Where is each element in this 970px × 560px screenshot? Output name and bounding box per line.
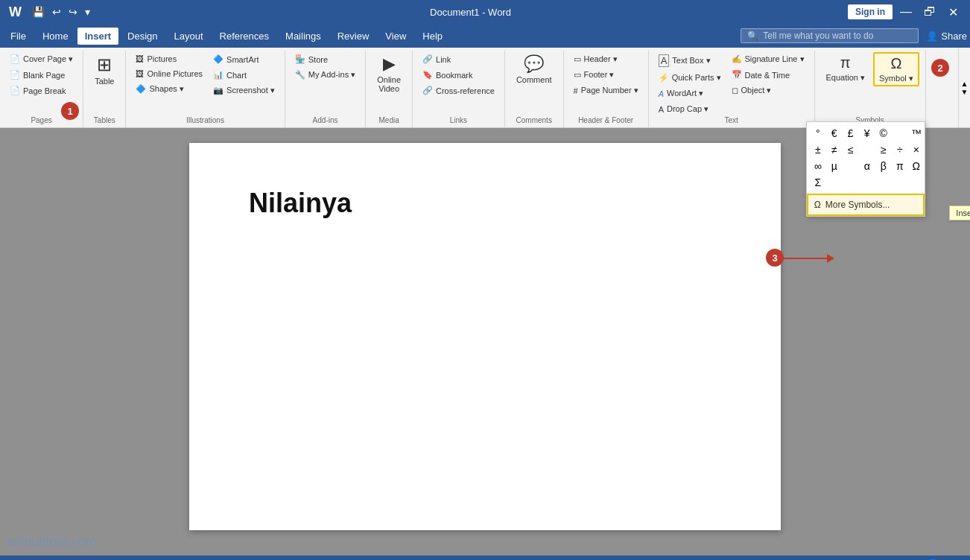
- dropcap-icon: A: [659, 105, 664, 114]
- symbol-plusminus[interactable]: ±: [810, 141, 826, 158]
- symbol-button[interactable]: Ω Symbol ▾: [873, 52, 919, 86]
- search-input[interactable]: [763, 31, 912, 41]
- symbol-leq[interactable]: ≤: [843, 141, 859, 158]
- online-video-button[interactable]: ▶ OnlineVideo: [372, 52, 406, 95]
- smartart-button[interactable]: 🔷 SmartArt: [209, 52, 279, 66]
- share-button[interactable]: 👤 Share: [926, 31, 967, 42]
- addins-label: Add-ins: [313, 116, 338, 126]
- page-break-button[interactable]: 📄 Page Break: [6, 83, 77, 98]
- store-button[interactable]: 🏪 Store: [291, 52, 359, 66]
- symbol-times[interactable]: ×: [908, 141, 925, 158]
- bookmark-button[interactable]: 🔖 Bookmark: [419, 68, 498, 82]
- menu-layout[interactable]: Layout: [167, 28, 211, 45]
- menu-mailings[interactable]: Mailings: [278, 28, 329, 45]
- search-icon: 🔍: [747, 31, 758, 41]
- minimize-button[interactable]: —: [895, 1, 916, 22]
- chart-button[interactable]: 📊 Chart: [209, 68, 279, 82]
- symbol-alpha[interactable]: α: [859, 158, 875, 174]
- ribbon-scroll-button[interactable]: ▲▼: [958, 48, 970, 127]
- signin-button[interactable]: Sign in: [848, 4, 893, 19]
- comment-button[interactable]: 💬 Comment: [511, 52, 557, 86]
- ribbon-group-addins: 🏪 Store 🔧 My Add-ins ▾ Add-ins: [285, 51, 366, 127]
- page-number-button[interactable]: # Page Number ▾: [570, 83, 642, 98]
- step3-arrow: [784, 258, 828, 259]
- menu-file[interactable]: File: [3, 28, 34, 45]
- symbol-tm[interactable]: ™: [908, 125, 925, 141]
- my-addins-button[interactable]: 🔧 My Add-ins ▾: [291, 68, 359, 82]
- object-button[interactable]: ◻ Object ▾: [728, 83, 808, 98]
- textbox-icon: A: [659, 54, 670, 67]
- customize-qa-btn[interactable]: ▾: [82, 4, 93, 19]
- symbol-geq[interactable]: ≥: [875, 141, 892, 158]
- pictures-button[interactable]: 🖼 Pictures: [132, 52, 206, 66]
- symbol-pound[interactable]: £: [843, 125, 859, 141]
- table-button[interactable]: ⊞ Table: [89, 52, 119, 88]
- status-bar: Page 1 of 1 1 word 📋 English (United Sta…: [0, 556, 970, 560]
- equation-icon: π: [840, 54, 851, 71]
- symbol-beta[interactable]: β: [875, 158, 892, 174]
- footer-button[interactable]: ▭ Footer ▾: [570, 68, 642, 82]
- symbol-copyright[interactable]: ©: [875, 125, 892, 141]
- illustrations-col: 🖼 Pictures 🖼 Online Pictures 🔷 Shapes ▾: [132, 52, 206, 96]
- ribbon-group-illustrations: 🖼 Pictures 🖼 Online Pictures 🔷 Shapes ▾ …: [126, 51, 285, 127]
- menu-design[interactable]: Design: [120, 28, 165, 45]
- symbol-empty2[interactable]: [859, 141, 875, 158]
- symbol-notequal[interactable]: ≠: [826, 141, 843, 158]
- signature-button[interactable]: ✍ Signature Line ▾: [728, 52, 808, 66]
- ribbon-group-text: A Text Box ▾ ⚡ Quick Parts ▾ A WordArt ▾…: [649, 51, 815, 127]
- textbox-button[interactable]: A Text Box ▾: [655, 52, 725, 69]
- restore-button[interactable]: 🗗: [919, 1, 940, 22]
- menu-review[interactable]: Review: [330, 28, 377, 45]
- equation-button[interactable]: π Equation ▾: [821, 52, 870, 85]
- more-symbols-button[interactable]: Ω More Symbols... Insert a Symbol: [807, 194, 925, 216]
- header-icon: ▭: [574, 54, 581, 64]
- symbol-pi[interactable]: π: [892, 158, 908, 174]
- redo-qa-btn[interactable]: ↪: [66, 4, 80, 19]
- symbol-empty3[interactable]: [843, 158, 859, 174]
- datetime-button[interactable]: 📅 Date & Time: [728, 68, 808, 82]
- links-items: 🔗 Link 🔖 Bookmark 🔗 Cross-reference: [419, 52, 498, 116]
- more-symbols-label: More Symbols...: [825, 200, 890, 210]
- step-badge-3: 3: [766, 249, 784, 267]
- watermark: semutimut.com: [6, 534, 97, 550]
- symbol-sigma[interactable]: Σ: [810, 174, 826, 191]
- symbol-infinity[interactable]: ∞: [810, 158, 826, 174]
- ribbon-group-comments: 💬 Comment Comments: [505, 51, 564, 127]
- menu-view[interactable]: View: [378, 28, 413, 45]
- link-button[interactable]: 🔗 Link: [419, 52, 498, 66]
- share-icon: 👤: [926, 31, 938, 42]
- dropcap-button[interactable]: A Drop Cap ▾: [655, 102, 725, 116]
- smartart-icon: 🔷: [213, 54, 224, 64]
- ribbon-group-media: ▶ OnlineVideo Media: [366, 51, 413, 127]
- symbol-div[interactable]: ÷: [892, 141, 908, 158]
- shapes-button[interactable]: 🔷 Shapes ▾: [132, 82, 206, 96]
- symbol-omega[interactable]: Ω: [908, 158, 925, 174]
- document-page[interactable]: Nilainya: [189, 143, 781, 530]
- blank-page-button[interactable]: 📄 Blank Page: [6, 68, 77, 82]
- shapes-icon: 🔷: [136, 84, 146, 94]
- online-pictures-button[interactable]: 🖼 Online Pictures: [132, 67, 206, 80]
- symbol-yen[interactable]: ¥: [859, 125, 875, 141]
- save-qa-btn[interactable]: 💾: [29, 4, 48, 19]
- link-icon: 🔗: [422, 54, 433, 64]
- addins-icon: 🔧: [295, 70, 305, 80]
- undo-qa-btn[interactable]: ↩: [49, 4, 64, 19]
- cover-page-button[interactable]: 📄 Cover Page ▾: [6, 52, 77, 66]
- symbol-degree[interactable]: °: [810, 125, 826, 141]
- symbol-euro[interactable]: €: [826, 125, 843, 141]
- insert-symbol-tooltip: Insert a Symbol: [949, 206, 970, 220]
- cross-reference-button[interactable]: 🔗 Cross-reference: [419, 83, 498, 98]
- screenshot-button[interactable]: 📷 Screenshot ▾: [209, 83, 279, 98]
- menu-insert[interactable]: Insert: [77, 28, 118, 45]
- quickparts-button[interactable]: ⚡ Quick Parts ▾: [655, 71, 725, 85]
- symbol-empty1[interactable]: [892, 125, 908, 141]
- symbol-mu[interactable]: µ: [826, 158, 843, 174]
- wordart-button[interactable]: A WordArt ▾: [655, 86, 725, 101]
- menu-references[interactable]: References: [212, 28, 276, 45]
- header-button[interactable]: ▭ Header ▾: [570, 52, 642, 66]
- close-button[interactable]: ✕: [943, 1, 964, 22]
- menu-help[interactable]: Help: [415, 28, 450, 45]
- menu-home[interactable]: Home: [35, 28, 76, 45]
- comments-items: 💬 Comment: [511, 52, 557, 116]
- search-box[interactable]: 🔍: [741, 28, 919, 43]
